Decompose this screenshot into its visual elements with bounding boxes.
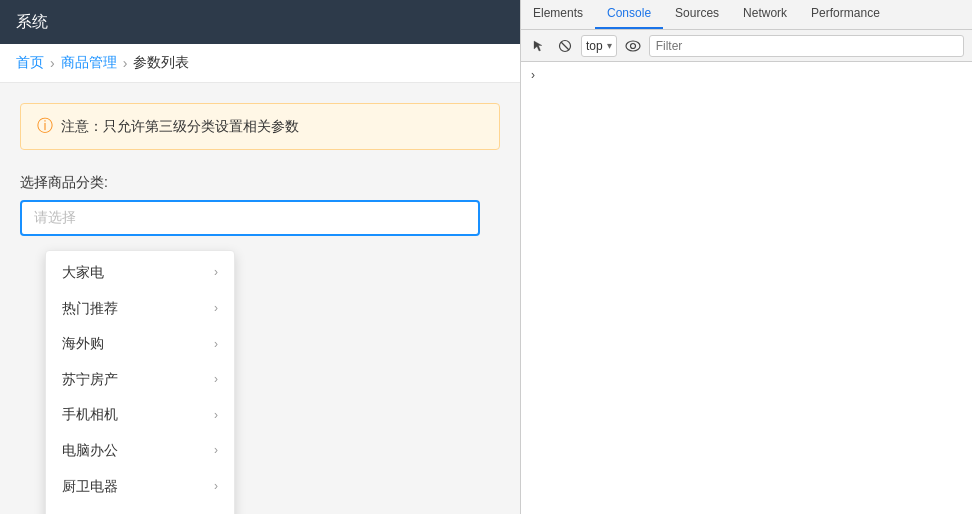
warning-box: ⓘ 注意：只允许第三级分类设置相关参数	[20, 103, 500, 150]
breadcrumb: 首页 › 商品管理 › 参数列表	[0, 44, 520, 83]
context-dropdown-arrow: ▾	[607, 40, 612, 51]
select-input-wrapper: 请选择	[20, 200, 500, 236]
context-value: top	[586, 39, 603, 53]
dropdown-item-1[interactable]: 热门推荐 ›	[46, 291, 234, 327]
select-label: 选择商品分类:	[20, 174, 500, 192]
dropdown-item-label-3: 苏宁房产	[62, 370, 118, 390]
breadcrumb-sep-1: ›	[50, 55, 55, 71]
dropdown-item-label-5: 电脑办公	[62, 441, 118, 461]
devtools-tabs: Elements Console Sources Network Perform…	[521, 0, 972, 30]
block-tool-button[interactable]	[555, 36, 575, 56]
dropdown-item-label-4: 手机相机	[62, 405, 118, 425]
block-icon	[558, 39, 572, 53]
cursor-tool-button[interactable]	[529, 36, 549, 56]
svg-point-2	[626, 41, 640, 51]
tab-sources[interactable]: Sources	[663, 0, 731, 29]
warning-text: 注意：只允许第三级分类设置相关参数	[61, 118, 299, 136]
devtools-toolbar: top ▾	[521, 30, 972, 62]
console-filter-input[interactable]	[649, 35, 964, 57]
expand-arrow[interactable]: ›	[529, 66, 537, 84]
tab-performance[interactable]: Performance	[799, 0, 892, 29]
dropdown-arrow-2: ›	[214, 336, 218, 353]
tab-console[interactable]: Console	[595, 0, 663, 29]
dropdown-item-label-6: 厨卫电器	[62, 477, 118, 497]
dropdown-item-7[interactable]: 食品酒水 ›	[46, 504, 234, 514]
devtools-content: ›	[521, 62, 972, 514]
dropdown-arrow-5: ›	[214, 442, 218, 459]
dropdown-arrow-4: ›	[214, 407, 218, 424]
eye-button[interactable]	[623, 36, 643, 56]
dropdown-arrow-1: ›	[214, 300, 218, 317]
dropdown-item-label-0: 大家电	[62, 263, 104, 283]
context-selector[interactable]: top ▾	[581, 35, 617, 57]
devtools-panel: Elements Console Sources Network Perform…	[520, 0, 972, 514]
breadcrumb-product-mgmt[interactable]: 商品管理	[61, 54, 117, 72]
eye-icon	[625, 40, 641, 52]
dropdown-item-4[interactable]: 手机相机 ›	[46, 397, 234, 433]
category-dropdown: 大家电 › 热门推荐 › 海外购 › 苏宁房产 › 手机相机 › 电脑办公 › …	[45, 250, 235, 514]
dropdown-item-label-1: 热门推荐	[62, 299, 118, 319]
tab-network[interactable]: Network	[731, 0, 799, 29]
warning-icon: ⓘ	[37, 116, 53, 137]
dropdown-item-2[interactable]: 海外购 ›	[46, 326, 234, 362]
dropdown-arrow-6: ›	[214, 478, 218, 495]
dropdown-arrow-0: ›	[214, 264, 218, 281]
svg-line-1	[561, 42, 569, 50]
dropdown-item-0[interactable]: 大家电 ›	[46, 255, 234, 291]
svg-point-3	[630, 43, 635, 48]
cursor-icon	[532, 39, 546, 53]
dropdown-item-5[interactable]: 电脑办公 ›	[46, 433, 234, 469]
dropdown-arrow-3: ›	[214, 371, 218, 388]
dropdown-item-label-2: 海外购	[62, 334, 104, 354]
breadcrumb-sep-2: ›	[123, 55, 128, 71]
app-panel: 系统 首页 › 商品管理 › 参数列表 ⓘ 注意：只允许第三级分类设置相关参数 …	[0, 0, 520, 514]
dropdown-item-3[interactable]: 苏宁房产 ›	[46, 362, 234, 398]
breadcrumb-home[interactable]: 首页	[16, 54, 44, 72]
app-title: 系统	[16, 12, 48, 33]
tab-elements[interactable]: Elements	[521, 0, 595, 29]
breadcrumb-param-list: 参数列表	[133, 54, 189, 72]
dropdown-item-6[interactable]: 厨卫电器 ›	[46, 469, 234, 505]
category-select-input[interactable]: 请选择	[20, 200, 480, 236]
select-placeholder: 请选择	[34, 209, 76, 227]
app-header: 系统	[0, 0, 520, 44]
